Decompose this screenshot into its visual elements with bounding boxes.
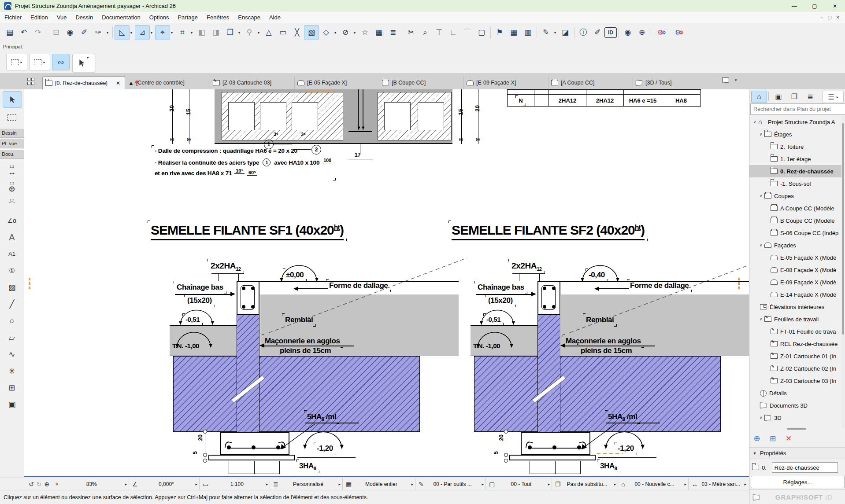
figure-button[interactable]: ▦ bbox=[372, 26, 386, 40]
doc-maximize-icon[interactable]: ▢ bbox=[827, 15, 831, 20]
marquee-tool[interactable] bbox=[3, 110, 21, 125]
drawing-canvas[interactable]: ⊕ ⊕ 20 15 ⊕ ⊕ 15 20 3⁵ 3⁵ 1 2 17 N 2HA12… bbox=[24, 89, 749, 478]
zone-tool[interactable]: ① bbox=[3, 263, 21, 279]
circle-tool[interactable]: ○ bbox=[3, 313, 21, 329]
nav-item-toiture[interactable]: 2. Toiture bbox=[749, 140, 842, 153]
graphic-override-segment[interactable]: ❐ Pas de substitu... bbox=[552, 478, 618, 490]
properties-header[interactable]: ▼ Propriétés bbox=[749, 447, 845, 459]
document-button[interactable]: ▥ bbox=[521, 26, 535, 40]
menu-dessin[interactable]: Dessin bbox=[71, 12, 97, 23]
nav-item-1er-etage[interactable]: 1. 1er étage bbox=[749, 153, 842, 165]
tab-3d-tous[interactable]: [3D / Tous] bbox=[633, 76, 718, 89]
doc-minimize-icon[interactable]: – bbox=[821, 15, 823, 20]
model-filter-segment[interactable]: ▦ Modèle entier bbox=[343, 478, 415, 490]
working-plane-alt-button[interactable]: ◨ bbox=[209, 26, 223, 40]
panel-resize-handle[interactable] bbox=[787, 428, 806, 430]
palette-tab-dessin[interactable]: Dessin bbox=[0, 128, 24, 138]
layout-book-button[interactable]: ❐ bbox=[223, 26, 237, 40]
grid-snap-button[interactable]: ⌗ bbox=[175, 26, 189, 40]
line-tool[interactable]: ╱ bbox=[3, 296, 21, 312]
menu-edition[interactable]: Edition bbox=[26, 12, 52, 23]
menu-enscape[interactable]: Enscape bbox=[233, 12, 265, 23]
menu-documentation[interactable]: Documentation bbox=[97, 12, 145, 23]
nav-item-facades[interactable]: ∨Façades bbox=[749, 239, 842, 251]
nav-item-documents-3d[interactable]: Documents 3D bbox=[749, 399, 842, 412]
navigator-search-input[interactable] bbox=[750, 103, 845, 115]
zoom-forward-icon[interactable]: ↻ bbox=[37, 481, 42, 488]
pen-set-segment[interactable]: ✎ 00 - Par outils ... bbox=[415, 478, 486, 490]
menu-options[interactable]: Options bbox=[145, 12, 174, 23]
redo-button[interactable]: ↷ bbox=[31, 26, 45, 40]
tab-rez-de-chaussee[interactable]: [0. Rez-de-chaussée] ✕ bbox=[42, 76, 125, 89]
publisher-button[interactable]: ≣ bbox=[803, 91, 817, 102]
menu-partage[interactable]: Partage bbox=[173, 12, 202, 23]
menu-fichier[interactable]: Fichier bbox=[0, 12, 26, 23]
palette-tab-pt-vue[interactable]: Pt. vue bbox=[0, 139, 24, 148]
tab-a-coupe[interactable]: [A Coupe CC] bbox=[549, 76, 633, 89]
nav-item-e14-facade[interactable]: E-14 Façade X (Modè bbox=[749, 288, 842, 301]
chevron-down-icon[interactable]: ∨ bbox=[757, 317, 764, 321]
arrow-tool-button[interactable]: ▸ bbox=[72, 54, 95, 72]
dimension-standard-segment[interactable]: ↔ 03 - Mètre san... bbox=[689, 478, 748, 490]
nav-item-feuilles-de-travail[interactable]: ∨Feuilles de travail bbox=[749, 313, 842, 325]
layer-settings-button[interactable]: ≣ bbox=[386, 26, 400, 40]
nav-item-e09-facade[interactable]: E-09 Façade X (Modè bbox=[749, 276, 842, 288]
fill-tool[interactable]: ▨ bbox=[3, 280, 21, 295]
undo-button[interactable]: ↶ bbox=[17, 26, 31, 40]
info-button[interactable]: ⓘ bbox=[576, 26, 590, 40]
drawing-tool[interactable]: ▣ bbox=[3, 397, 21, 412]
profile-manager-button[interactable]: ⚲ bbox=[242, 26, 256, 40]
adjust-button[interactable]: ⊤ bbox=[432, 26, 446, 40]
marquee-edit-button[interactable]: ▧ bbox=[304, 25, 319, 40]
menu-aide[interactable]: Aide bbox=[265, 12, 285, 23]
text-tool[interactable]: A bbox=[3, 229, 21, 245]
polygon-edit-button[interactable]: ◇ bbox=[319, 26, 333, 40]
navigator-menu-button[interactable]: ☰▸ bbox=[823, 91, 844, 103]
nav-item-coupes[interactable]: ∨Coupes bbox=[749, 190, 842, 202]
element-id-button[interactable]: ID bbox=[604, 27, 617, 38]
chevron-down-icon[interactable]: ∨ bbox=[751, 120, 758, 124]
menu-fenetres[interactable]: Fenêtres bbox=[202, 12, 233, 23]
story-name-input[interactable] bbox=[772, 462, 838, 473]
chevron-down-icon[interactable]: ∨ bbox=[757, 194, 764, 198]
add-viewpoint-button[interactable]: ⊕ bbox=[751, 433, 763, 444]
viewpoint-settings-button[interactable]: ⊞ bbox=[767, 433, 778, 444]
zoom-segment[interactable]: ↺ ↻ ⊕ ⌖ 83% bbox=[26, 478, 129, 490]
layers-segment[interactable]: ≣ Personnalisé bbox=[270, 478, 343, 490]
addon-gear-blue-button[interactable]: ⚙⚙ bbox=[671, 26, 688, 40]
nav-item-details[interactable]: Détails bbox=[749, 387, 842, 399]
nav-item-e05-facade[interactable]: E-05 Façade X (Modè bbox=[749, 251, 842, 264]
coordinates-button[interactable]: ⌖ bbox=[155, 25, 170, 40]
fillet-button[interactable]: ⌒ bbox=[460, 26, 474, 40]
layer-combination-segment[interactable]: ▢ 00 - Tout bbox=[486, 478, 552, 490]
arrow-tool[interactable] bbox=[3, 91, 22, 108]
nav-item-rez-de-chaussee[interactable]: 0. Rez-de-chaussée bbox=[749, 165, 842, 177]
menu-vue[interactable]: Vue bbox=[52, 12, 71, 23]
maximize-icon[interactable]: ▢ bbox=[804, 0, 825, 12]
setsquare-button[interactable]: ◺ bbox=[115, 25, 130, 40]
label-button[interactable]: ✐ bbox=[590, 26, 604, 40]
nav-item-z03[interactable]: Z-03 Cartouche 03 (In bbox=[749, 375, 842, 387]
nav-item-elevations-interieures[interactable]: Élévations intérie​ures bbox=[749, 301, 842, 313]
point-tool[interactable]: ✳ bbox=[3, 363, 21, 379]
suspend-groups-button[interactable]: ∾ bbox=[52, 54, 70, 70]
tab-b-coupe[interactable]: [B Coupe CC] bbox=[379, 76, 464, 89]
corner-button[interactable]: ∟ bbox=[446, 26, 460, 40]
guidelines-button[interactable]: ⊿ bbox=[135, 25, 150, 40]
dimension-guide-button[interactable]: ▭ bbox=[276, 26, 290, 40]
scrollbar-thumb[interactable] bbox=[842, 123, 844, 335]
chevron-down-icon[interactable]: ∨ bbox=[757, 132, 764, 136]
chevron-down-icon[interactable]: ∨ bbox=[757, 416, 764, 420]
nav-item-3d[interactable]: ∨3D bbox=[749, 412, 842, 424]
save-button[interactable]: ▤ bbox=[3, 26, 17, 40]
navigator-scrollbar[interactable] bbox=[841, 116, 845, 427]
chevron-down-icon[interactable]: ∨ bbox=[757, 243, 764, 247]
fill-button[interactable]: ◪ bbox=[558, 26, 572, 40]
nav-item-z01[interactable]: Z-01 Cartouche 01 (In bbox=[749, 350, 842, 362]
polyline-tool[interactable]: ▱ bbox=[3, 330, 21, 346]
addon-gear-red-button[interactable]: ⚙⚙ bbox=[653, 26, 671, 40]
palette-tab-docu[interactable]: Docu. bbox=[0, 149, 24, 159]
schedule-button[interactable]: ▦ bbox=[507, 26, 521, 40]
tab-e09-facade[interactable]: [E-09 Façade X] bbox=[464, 76, 549, 89]
layout-book-nav-button[interactable]: ❐ bbox=[787, 91, 801, 102]
